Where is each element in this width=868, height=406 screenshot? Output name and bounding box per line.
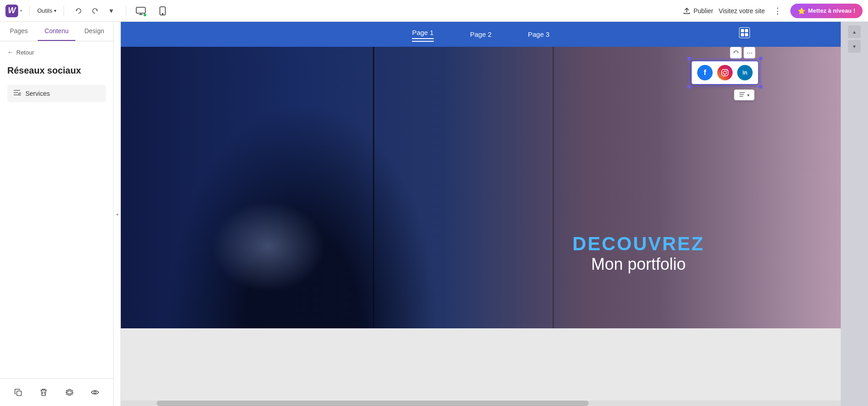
upgrade-button[interactable]: ⭐ Mettez à niveau ! xyxy=(790,4,863,18)
copy-button[interactable] xyxy=(10,384,26,401)
hero-laptop-glow xyxy=(212,201,325,292)
social-widget-container: ⋯ f xyxy=(691,47,759,100)
mobile-view-button[interactable] xyxy=(155,4,170,18)
sidebar-item-services[interactable]: Services xyxy=(7,85,106,102)
tools-menu[interactable]: Outils ▾ xyxy=(37,7,56,14)
publish-label: Publier xyxy=(694,7,714,15)
svg-rect-10 xyxy=(17,391,21,396)
undo-button[interactable] xyxy=(71,4,86,18)
instagram-icon-button[interactable] xyxy=(717,65,733,80)
nav-page1[interactable]: Page 1 xyxy=(412,27,434,42)
right-strip-button-1[interactable]: ▲ xyxy=(848,25,861,38)
back-link[interactable]: ← Retour xyxy=(7,49,106,56)
nav-page2[interactable]: Page 2 xyxy=(470,29,492,40)
separator-1 xyxy=(30,5,30,16)
preview-navbar: Page 1 Page 2 Page 3 xyxy=(121,22,841,47)
sidebar: Pages Contenu Design ← Retour Réseaux so… xyxy=(0,22,114,406)
sidebar-title: Réseaux sociaux xyxy=(7,65,106,76)
facebook-icon-button[interactable]: f xyxy=(697,65,713,80)
format-toolbar[interactable]: ▾ xyxy=(734,89,754,100)
topbar: W ▾ Outils ▾ ▾ xyxy=(0,0,868,22)
handle-br xyxy=(759,85,763,89)
hero-text: DECOUVREZ Mon portfolio xyxy=(572,233,704,274)
svg-point-16 xyxy=(724,71,727,74)
svg-point-4 xyxy=(162,13,163,14)
linkedin-icon-button[interactable]: in xyxy=(737,65,753,80)
history-dropdown-button[interactable]: ▾ xyxy=(104,4,119,18)
sidebar-bottom xyxy=(0,378,113,406)
widget-more-button[interactable]: ⋯ xyxy=(744,47,755,59)
hero-divider2 xyxy=(553,47,554,328)
logo-area: W ▾ xyxy=(5,5,22,17)
nav-page3[interactable]: Page 3 xyxy=(528,29,550,40)
widget-refresh-button[interactable] xyxy=(730,47,742,59)
site-preview: Page 1 Page 2 Page 3 xyxy=(121,22,841,406)
services-icon xyxy=(13,89,21,98)
more-options-button[interactable]: ⋮ xyxy=(770,4,785,18)
horizontal-scrollbar[interactable] xyxy=(121,401,841,406)
visibility-button[interactable] xyxy=(87,384,103,401)
delete-button[interactable] xyxy=(35,384,52,401)
collapse-handle[interactable]: ◂ xyxy=(114,22,121,406)
handle-top-line xyxy=(689,59,761,59)
publish-button[interactable]: Publier xyxy=(683,7,714,15)
logo-chevron: ▾ xyxy=(20,8,22,13)
redo-button[interactable] xyxy=(88,4,102,18)
topbar-right: Publier Visitez votre site ⋮ ⭐ Mettez à … xyxy=(683,4,863,18)
separator-3 xyxy=(126,5,126,16)
hero-portfolio-title: Mon portfolio xyxy=(572,255,704,274)
sidebar-tabs: Pages Contenu Design xyxy=(0,22,113,41)
right-strip-button-2[interactable]: ▼ xyxy=(848,40,861,53)
back-arrow-icon: ← xyxy=(7,49,14,56)
separator-2 xyxy=(64,5,64,16)
nav-grid-icon xyxy=(739,27,750,38)
scrollbar-thumb[interactable] xyxy=(157,401,589,406)
tools-chevron: ▾ xyxy=(54,8,56,13)
right-strip: ▲ ▼ xyxy=(841,22,868,406)
handle-left-line xyxy=(689,59,689,87)
hero-discover-title: DECOUVREZ xyxy=(572,233,704,255)
tab-design[interactable]: Design xyxy=(75,22,113,41)
social-icons-bar: f in xyxy=(691,60,759,85)
logo-icon: W xyxy=(5,5,18,17)
svg-point-17 xyxy=(727,70,728,71)
tab-pages[interactable]: Pages xyxy=(0,22,38,41)
format-dropdown-icon: ▾ xyxy=(747,93,749,98)
canvas-area: Page 1 Page 2 Page 3 xyxy=(121,22,841,406)
sidebar-content: ← Retour Réseaux sociaux Services xyxy=(0,41,113,378)
svg-point-8 xyxy=(19,93,21,95)
svg-rect-0 xyxy=(136,7,145,13)
svg-point-14 xyxy=(94,391,96,394)
device-active-dot xyxy=(144,14,146,16)
widget-toolbar-top: ⋯ xyxy=(730,47,755,59)
services-label: Services xyxy=(25,90,50,97)
visit-site-button[interactable]: Visitez votre site xyxy=(719,7,765,15)
nav-grid-icon-area xyxy=(739,27,750,38)
tab-contenu[interactable]: Contenu xyxy=(38,22,75,41)
main-area: Pages Contenu Design ← Retour Réseaux so… xyxy=(0,22,868,406)
back-label: Retour xyxy=(16,49,34,56)
history-tools: ▾ xyxy=(71,4,119,18)
handle-right-line xyxy=(760,59,761,87)
layers-button[interactable] xyxy=(61,384,78,401)
format-icon xyxy=(739,92,745,98)
social-icons-selected-container: f in xyxy=(691,60,759,85)
desktop-view-button[interactable] xyxy=(134,4,148,18)
handle-bottom-line xyxy=(689,86,761,87)
